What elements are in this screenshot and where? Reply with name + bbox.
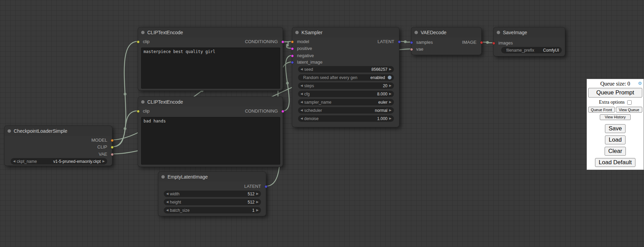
decrement-arrow-icon[interactable]: ◀ [300,82,304,89]
increment-arrow-icon[interactable]: ▶ [256,207,259,213]
decrement-arrow-icon[interactable]: ◀ [165,191,169,197]
cfg-number-widget[interactable]: ◀ cfg 8.000 ▶ [298,91,394,97]
prev-arrow-icon[interactable]: ◀ [300,107,304,114]
extra-options-checkbox[interactable] [627,100,632,105]
collapse-dot-icon[interactable] [141,31,145,34]
extra-options-label: Extra options [599,100,624,105]
node-clip-text-encode-positive[interactable]: CLIPTextEncode clip CONDITIONING masterp… [138,27,283,91]
widget-value: ComfyUI [543,48,559,53]
latent-output-dot[interactable] [264,185,268,188]
collapse-dot-icon[interactable] [161,175,165,179]
widget-label: seed [304,67,313,72]
samples-input-dot[interactable] [410,41,413,44]
positive-input-dot[interactable] [291,47,294,50]
link-midpoint-dot [124,127,126,130]
node-vae-decode[interactable]: VAEDecode samples vae IMAGE [411,27,482,55]
filename-prefix-text-widget[interactable]: filename_prefix ComfyUI [501,47,562,53]
width-number-widget[interactable]: ◀ width 512 ▶ [164,191,261,197]
node-title-bar[interactable]: SaveImage [494,27,565,37]
view-history-button[interactable]: View History [600,114,631,120]
node-title-bar[interactable]: EmptyLatentImage [158,172,266,182]
vae-output-dot[interactable] [111,153,114,156]
queue-size-label: Queue size: 0 [600,81,630,87]
decrement-arrow-icon[interactable]: ◀ [165,199,169,205]
clip-input-dot[interactable] [137,40,140,43]
vae-input-dot[interactable] [410,48,413,51]
queue-front-button[interactable]: Queue Front [588,107,615,113]
decrement-arrow-icon[interactable]: ◀ [300,91,304,97]
next-arrow-icon[interactable]: ▶ [388,99,392,105]
prev-arrow-icon[interactable]: ◀ [300,99,304,105]
model-input-dot[interactable] [291,40,294,43]
image-output-dot[interactable] [480,41,483,44]
view-queue-button[interactable]: View Queue [616,107,643,113]
clip-output-dot[interactable] [111,146,114,149]
images-input-dot[interactable] [492,42,495,45]
node-clip-text-encode-negative[interactable]: CLIPTextEncode clip CONDITIONING bad han… [138,96,283,167]
widget-value: 1.000 [377,116,387,121]
denoise-number-widget[interactable]: ◀ denoise 1.000 ▶ [298,115,394,122]
graph-canvas[interactable]: CheckpointLoaderSimple MODEL CLIP VAE ◀ … [0,0,644,247]
output-label-image: IMAGE [462,39,476,46]
output-label-conditioning: CONDITIONING [245,108,278,115]
increment-arrow-icon[interactable]: ▶ [388,66,392,73]
widget-value: 1 [252,208,255,213]
load-button[interactable]: Load [605,135,626,144]
prompt-textarea[interactable]: bad hands [141,117,280,165]
node-empty-latent-image[interactable]: EmptyLatentImage LATENT ◀ width 512 ▶ ◀ … [158,171,266,216]
conditioning-output-dot[interactable] [281,110,284,113]
increment-arrow-icon[interactable]: ▶ [388,91,392,97]
steps-number-widget[interactable]: ◀ steps 20 ▶ [298,82,394,89]
load-default-button[interactable]: Load Default [595,158,635,167]
prompt-textarea[interactable]: masterpiece best quality girl [141,48,280,89]
increment-arrow-icon[interactable]: ▶ [256,199,259,205]
queue-prompt-button[interactable]: Queue Prompt [588,88,642,98]
prev-arrow-icon[interactable]: ◀ [12,158,16,165]
ckpt-name-combo[interactable]: ◀ ckpt_name v1-5-pruned-emaonly.ckpt ▶ [11,158,107,165]
increment-arrow-icon[interactable]: ▶ [256,191,259,197]
latent-output-dot[interactable] [398,40,401,43]
sampler-name-combo[interactable]: ◀ sampler_name euler ▶ [298,99,394,105]
conditioning-output-dot[interactable] [281,40,284,43]
batch-size-number-widget[interactable]: ◀ batch_size 1 ▶ [164,207,261,213]
collapse-dot-icon[interactable] [497,31,500,34]
collapse-dot-icon[interactable] [8,129,11,133]
collapse-dot-icon[interactable] [141,100,145,104]
node-save-image[interactable]: SaveImage images filename_prefix ComfyUI [493,27,565,56]
widget-label: batch_size [170,208,189,213]
latent-image-input-dot[interactable] [291,61,294,64]
node-title-bar[interactable]: CLIPTextEncode [138,97,283,107]
node-title-bar[interactable]: CLIPTextEncode [138,27,283,37]
widget-value: 20 [383,83,387,88]
clip-input-dot[interactable] [137,110,140,113]
collapse-dot-icon[interactable] [414,31,418,34]
settings-gear-icon[interactable]: ⚙ [638,81,642,86]
collapse-dot-icon[interactable] [295,31,299,34]
clear-button[interactable]: Clear [605,147,626,156]
height-number-widget[interactable]: ◀ height 512 ▶ [164,199,261,205]
widget-value: 8.000 [377,92,387,96]
scheduler-combo[interactable]: ◀ scheduler normal ▶ [298,107,394,114]
node-checkpoint-loader[interactable]: CheckpointLoaderSimple MODEL CLIP VAE ◀ … [4,126,112,166]
next-arrow-icon[interactable]: ▶ [102,158,106,165]
link-midpoint-dot [124,93,126,95]
widget-value: 8566257 [371,67,387,72]
widget-label: denoise [304,116,319,121]
decrement-arrow-icon[interactable]: ◀ [165,207,169,213]
node-ksampler[interactable]: KSampler model positive negative latent_… [292,27,399,127]
decrement-arrow-icon[interactable]: ◀ [300,66,304,73]
decrement-arrow-icon[interactable]: ◀ [300,115,304,122]
node-title-bar[interactable]: VAEDecode [411,27,481,37]
random-seed-toggle-widget[interactable]: Random seed after every gen enabled [298,74,394,81]
node-title-bar[interactable]: KSampler [292,27,399,37]
toggle-on-dot[interactable] [388,76,392,79]
node-title-bar[interactable]: CheckpointLoaderSimple [4,126,112,136]
increment-arrow-icon[interactable]: ▶ [388,82,392,89]
next-arrow-icon[interactable]: ▶ [388,107,392,114]
widget-value: 512 [248,192,255,196]
increment-arrow-icon[interactable]: ▶ [388,115,392,122]
model-output-dot[interactable] [111,139,114,142]
seed-number-widget[interactable]: ◀ seed 8566257 ▶ [298,66,394,73]
save-button[interactable]: Save [605,124,626,133]
negative-input-dot[interactable] [291,54,294,57]
